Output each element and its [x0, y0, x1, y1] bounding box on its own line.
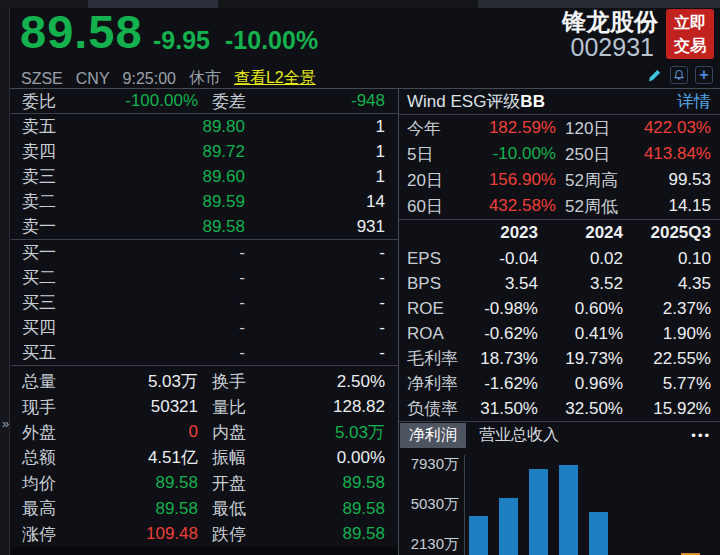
diff-value: -948 — [278, 91, 385, 111]
bar-chart: 7930万5030万2130万 — [399, 447, 720, 555]
esg-header: Wind ESG评级BB 详情 — [399, 89, 720, 114]
esg-title: Wind ESG评级 — [407, 90, 520, 113]
view-l2-link[interactable]: 查看L2全景 — [234, 68, 316, 89]
bid-price: - — [78, 343, 245, 363]
ask-level-label: 卖三 — [22, 165, 78, 188]
ask-row-4[interactable]: 卖四 89.72 1 — [11, 139, 398, 164]
stats-row: 外盘 0 内盘 5.03万 — [11, 420, 398, 445]
fin-label: 负债率 — [407, 397, 469, 420]
price-change: -9.95 — [153, 26, 210, 55]
alert-bell-icon[interactable] — [670, 66, 688, 84]
bid-qty: - — [245, 243, 385, 263]
stat-label: 振幅 — [212, 446, 278, 469]
fin-label: ROA — [407, 324, 469, 344]
fin-label: ROE — [407, 299, 469, 319]
perf-label: 今年 — [407, 117, 459, 140]
order-book-panel: 委比 -100.00% 委差 -948 卖五 89.80 1 卖四 89.72 … — [11, 89, 398, 548]
stat-label: 均价 — [22, 472, 78, 495]
esg-rating-badge: BB — [520, 92, 545, 112]
esg-detail-link[interactable]: 详情 — [677, 90, 711, 113]
stats-row: 总额 4.51亿 振幅 0.00% — [11, 445, 398, 470]
financial-row: ROE -0.98% 0.60% 2.37% — [399, 296, 720, 321]
bid-level-label: 买二 — [22, 266, 78, 289]
fin-value: 5.77% — [623, 374, 711, 394]
financial-row: BPS 3.54 3.52 4.35 — [399, 271, 720, 296]
bid-row-5[interactable]: 买五 - - — [11, 340, 398, 365]
financial-row: 毛利率 18.73% 19.73% 22.55% — [399, 346, 720, 371]
fin-value: 1.90% — [623, 324, 711, 344]
stat-label: 外盘 — [22, 421, 78, 444]
stat-label: 总量 — [22, 370, 78, 393]
fin-value: 3.54 — [469, 274, 538, 294]
tab-net-profit[interactable]: 净利润 — [400, 423, 466, 448]
stat-label: 涨停 — [22, 523, 78, 546]
bid-row-1[interactable]: 买一 - - — [11, 240, 398, 265]
perf-label: 5日 — [407, 143, 459, 166]
expand-panel-chevron-icon[interactable]: » — [0, 416, 11, 431]
financial-table-header: 2023 2024 2025Q3 — [399, 220, 720, 246]
fin-value: 19.73% — [538, 349, 623, 369]
chart-bar — [499, 498, 518, 555]
perf-label: 250日 — [565, 143, 635, 166]
edit-pencil-icon[interactable] — [645, 66, 663, 84]
bid-level-label: 买三 — [22, 291, 78, 314]
ask-level-label: 卖五 — [22, 115, 78, 138]
bid-row-3[interactable]: 买三 - - — [11, 290, 398, 315]
ratio-label: 委比 — [22, 90, 78, 113]
fin-col-header: 2024 — [538, 223, 623, 243]
diff-label: 委差 — [212, 90, 278, 113]
ask-qty: 14 — [245, 192, 385, 212]
ask-row-2[interactable]: 卖二 89.59 14 — [11, 189, 398, 214]
stats-row: 均价 89.58 开盘 89.58 — [11, 471, 398, 496]
tab-total-revenue[interactable]: 营业总收入 — [479, 425, 559, 446]
bid-row-4[interactable]: 买四 - - — [11, 315, 398, 340]
stat-value: 89.58 — [78, 499, 198, 519]
ask-level-label: 卖一 — [22, 215, 78, 238]
stat-value: 50321 — [78, 397, 198, 417]
bid-row-2[interactable]: 买二 - - — [11, 265, 398, 290]
ask-price: 89.59 — [78, 192, 245, 212]
trade-now-button[interactable]: 立即 交易 — [666, 9, 714, 59]
fin-col-header: 2025Q3 — [623, 223, 711, 243]
fin-value: 15.92% — [623, 399, 711, 419]
bid-qty: - — [245, 318, 385, 338]
performance-row: 20日 156.90% 52周高 99.53 — [399, 167, 720, 193]
stat-value: 2.50% — [278, 372, 385, 392]
fin-value: 22.55% — [623, 349, 711, 369]
stat-label: 跌停 — [212, 523, 278, 546]
fin-label: 毛利率 — [407, 347, 469, 370]
bid-price: - — [78, 268, 245, 288]
financial-row: 净利率 -1.62% 0.96% 5.77% — [399, 371, 720, 396]
fin-value: 3.52 — [538, 274, 623, 294]
perf-value: 422.03% — [635, 118, 711, 138]
perf-value: 14.15 — [635, 196, 711, 216]
bottom-strip — [11, 547, 398, 555]
fin-value: -0.98% — [469, 299, 538, 319]
fin-value: -1.62% — [469, 374, 538, 394]
ask-row-5[interactable]: 卖五 89.80 1 — [11, 114, 398, 139]
ask-row-1[interactable]: 卖一 89.58 931 — [11, 214, 398, 239]
ask-price: 89.80 — [78, 117, 245, 137]
stat-label: 最低 — [212, 497, 278, 520]
fin-value: 4.35 — [623, 274, 711, 294]
stat-label: 最高 — [22, 497, 78, 520]
bid-qty: - — [245, 293, 385, 313]
bid-qty: - — [245, 343, 385, 363]
perf-value: 182.59% — [459, 118, 556, 138]
stat-value: 4.51亿 — [78, 446, 198, 469]
bid-price: - — [78, 243, 245, 263]
ask-row-3[interactable]: 卖三 89.60 1 — [11, 164, 398, 189]
perf-label: 120日 — [565, 117, 635, 140]
chart-y-tick-label: 7930万 — [399, 455, 459, 474]
fin-label: BPS — [407, 274, 469, 294]
add-to-watchlist-plus-icon[interactable]: + — [695, 66, 713, 84]
header-icon-row: + — [645, 66, 713, 84]
more-options-icon[interactable]: ••• — [691, 428, 711, 443]
stock-quote-window: » 89.58 -9.95 -10.00% SZSE CNY 9:25:00 休… — [0, 0, 720, 555]
chart-bar — [529, 469, 548, 555]
stat-value: 89.58 — [78, 473, 198, 493]
performance-row: 5日 -10.00% 250日 413.84% — [399, 141, 720, 167]
quote-time: 9:25:00 — [123, 70, 176, 88]
info-panel: Wind ESG评级BB 详情 今年 182.59% 120日 422.03% … — [399, 89, 720, 555]
stats-row: 涨停 109.48 跌停 89.58 — [11, 521, 398, 546]
